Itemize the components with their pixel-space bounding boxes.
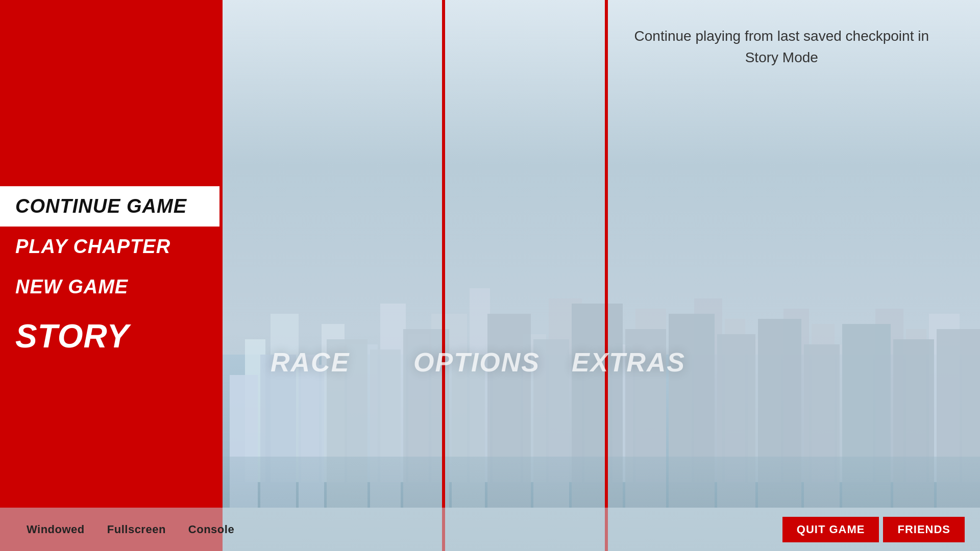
menu-continue-game[interactable]: CONTINUE GAME <box>0 186 222 227</box>
section-options[interactable]: OPTIONS <box>413 347 540 378</box>
bottom-bar: Windowed Fullscreen Console QUIT GAME FR… <box>0 508 980 551</box>
description-line1: Continue playing from last saved checkpo… <box>634 26 929 47</box>
bottom-left-buttons: Windowed Fullscreen Console <box>15 518 246 541</box>
section-race[interactable]: RACE <box>271 347 350 378</box>
description-area: Continue playing from last saved checkpo… <box>634 26 929 68</box>
console-button[interactable]: Console <box>177 518 246 541</box>
menu-play-chapter[interactable]: PLAY CHAPTER <box>0 227 222 267</box>
divider-3 <box>605 0 608 551</box>
divider-1 <box>219 0 223 551</box>
friends-button[interactable]: FRIENDS <box>883 517 965 542</box>
description-line2: Story Mode <box>634 47 929 68</box>
fullscreen-button[interactable]: Fullscreen <box>96 518 177 541</box>
section-extras[interactable]: EXTRAS <box>572 347 685 378</box>
menu-container: CONTINUE GAME PLAY CHAPTER NEW GAME STOR… <box>0 186 222 364</box>
menu-section-story[interactable]: STORY <box>0 312 222 364</box>
windowed-button[interactable]: Windowed <box>15 518 96 541</box>
bottom-right-buttons: QUIT GAME FRIENDS <box>782 517 965 542</box>
divider-2 <box>442 0 445 551</box>
menu-new-game[interactable]: NEW GAME <box>0 267 222 307</box>
quit-game-button[interactable]: QUIT GAME <box>782 517 879 542</box>
svg-rect-44 <box>219 457 980 508</box>
